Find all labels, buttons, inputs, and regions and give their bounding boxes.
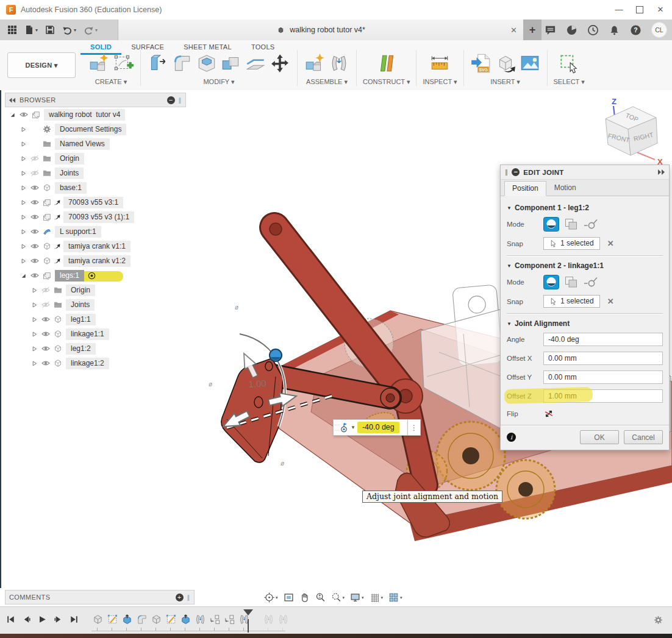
eye-icon[interactable] bbox=[41, 344, 51, 353]
canvas-angle-widget[interactable]: ⋮⋮ ▼ -40.0 deg bbox=[333, 419, 408, 436]
expand-closed-icon[interactable] bbox=[20, 229, 27, 235]
eye-icon[interactable] bbox=[41, 358, 51, 368]
browser-item-legs-1[interactable]: legs:1 bbox=[5, 268, 186, 283]
comments-bar[interactable]: COMMENTS + ∥ bbox=[5, 590, 195, 604]
timeline-feature-extrude-3[interactable] bbox=[120, 611, 134, 627]
combine-button[interactable] bbox=[220, 52, 242, 74]
collapse-panel-icon[interactable] bbox=[9, 97, 16, 103]
extensions-icon[interactable] bbox=[566, 24, 577, 36]
plane-button[interactable] bbox=[376, 52, 398, 74]
timeline-step-back-button[interactable] bbox=[22, 615, 31, 624]
eye-off-icon[interactable] bbox=[30, 154, 40, 163]
browser-item-origin[interactable]: Origin bbox=[5, 151, 186, 166]
timeline-playhead[interactable] bbox=[243, 609, 253, 631]
expand-open-icon[interactable] bbox=[9, 112, 16, 118]
expand-closed-icon[interactable] bbox=[20, 243, 27, 250]
expand-closed-icon[interactable] bbox=[20, 170, 27, 177]
eye-icon[interactable] bbox=[30, 197, 40, 207]
joint-alignment-section[interactable]: ▼Joint Alignment bbox=[507, 319, 663, 328]
timeline-feature-joint-13[interactable] bbox=[276, 611, 290, 627]
timeline-feature-fillet-4[interactable] bbox=[134, 611, 149, 627]
measure-button[interactable] bbox=[429, 52, 451, 74]
ok-button[interactable]: OK bbox=[580, 430, 619, 444]
ribbon-group-label[interactable]: INSPECT ▾ bbox=[423, 78, 457, 86]
expand-closed-icon[interactable] bbox=[31, 316, 38, 323]
dialog-header[interactable]: ∥ − EDIT JOINT bbox=[501, 165, 669, 180]
ribbon-group-label[interactable]: CREATE ▾ bbox=[95, 78, 127, 86]
timeline-go-to-start-button[interactable] bbox=[6, 615, 15, 624]
eye-icon[interactable] bbox=[30, 241, 40, 251]
document-tab[interactable]: walking robot tutor v4* ✕ bbox=[118, 19, 524, 40]
minimize-button[interactable]: — bbox=[609, 0, 629, 19]
ribbon-group-label[interactable]: ASSEMBLE ▾ bbox=[306, 78, 348, 86]
canvas-angle-input[interactable]: -40.0 deg bbox=[357, 422, 399, 433]
dialog-tab-motion[interactable]: Motion bbox=[546, 180, 584, 196]
mode-between-button[interactable] bbox=[563, 275, 579, 289]
browser-grip[interactable]: ∥ bbox=[179, 97, 182, 104]
help-icon[interactable]: ? bbox=[630, 24, 642, 36]
joint-button[interactable] bbox=[328, 52, 350, 74]
eye-off-icon[interactable] bbox=[41, 285, 51, 295]
mode-between-button[interactable] bbox=[563, 217, 579, 232]
eye-icon[interactable] bbox=[30, 227, 40, 236]
insert-svg-button[interactable]: SVG bbox=[470, 52, 492, 74]
nav-orbit-button[interactable]: ▾ bbox=[264, 592, 278, 603]
eye-icon[interactable] bbox=[41, 314, 51, 324]
expand-closed-icon[interactable] bbox=[31, 331, 38, 338]
redo-button[interactable]: ▾ bbox=[84, 25, 98, 35]
user-avatar[interactable]: CL bbox=[651, 22, 667, 38]
activate-component-radio[interactable] bbox=[87, 271, 96, 280]
joint-type-dropdown-icon[interactable]: ▼ bbox=[351, 425, 356, 430]
expand-closed-icon[interactable] bbox=[31, 287, 38, 294]
browser-item-named-views[interactable]: Named Views bbox=[5, 136, 186, 151]
view-cube[interactable]: TOP FRONT RIGHT Z X bbox=[590, 97, 667, 168]
timeline-play-button[interactable] bbox=[38, 615, 47, 624]
eye-icon[interactable] bbox=[30, 183, 40, 193]
expand-closed-icon[interactable] bbox=[20, 185, 27, 191]
app-grid-icon[interactable] bbox=[7, 25, 17, 35]
eye-icon[interactable] bbox=[19, 110, 29, 119]
browser-item-linkage1-1[interactable]: linkage1:1 bbox=[5, 327, 186, 341]
mode-simple-button[interactable] bbox=[543, 217, 559, 232]
expand-closed-icon[interactable] bbox=[20, 214, 27, 221]
mode-pin-button[interactable] bbox=[584, 275, 599, 289]
browser-minimize-icon[interactable]: − bbox=[167, 96, 175, 104]
browser-item-document-settings[interactable]: Document Settings bbox=[5, 122, 186, 136]
press-pull-button[interactable] bbox=[147, 52, 169, 74]
offset-x-input[interactable]: 0.00 mm bbox=[543, 352, 663, 365]
timeline-go-to-end-button[interactable] bbox=[70, 615, 79, 624]
timeline-feature-joint-8[interactable] bbox=[193, 611, 207, 627]
offset-face-button[interactable] bbox=[245, 52, 266, 74]
timeline-feature-body-1[interactable] bbox=[90, 611, 105, 627]
revolute-joint-icon[interactable] bbox=[340, 422, 349, 433]
insert-mesh-button[interactable] bbox=[495, 52, 517, 74]
viewport[interactable]: 1.00 ø ø ø TOP FRONT RIGHT Z X BROWSER −… bbox=[0, 90, 672, 606]
comments-icon[interactable] bbox=[545, 24, 556, 36]
browser-item-tamiya-crank-v1-2[interactable]: tamiya crank v1:2 bbox=[5, 253, 186, 268]
component-section-1[interactable]: ▼Component 1 - leg1:2 bbox=[507, 204, 663, 212]
nav-display-settings-button[interactable]: ▾ bbox=[350, 592, 364, 603]
eye-icon[interactable] bbox=[30, 256, 40, 266]
ribbon-group-label[interactable]: CONSTRUCT ▾ bbox=[363, 78, 410, 86]
snap-selection-button[interactable]: 1 selected bbox=[543, 237, 600, 250]
timeline-feature-extrude-7[interactable] bbox=[178, 611, 193, 627]
nav-grid-layout-button[interactable]: ▾ bbox=[370, 592, 384, 603]
browser-item-70093-v55-v3-1[interactable]: 70093 v55 v3:1 bbox=[5, 195, 186, 210]
timeline-feature-sketch-2[interactable] bbox=[105, 611, 120, 627]
browser-item-origin[interactable]: Origin bbox=[5, 283, 186, 297]
undo-button[interactable]: ▾ bbox=[62, 25, 76, 35]
move-button[interactable] bbox=[269, 52, 291, 74]
flip-icon[interactable] bbox=[543, 408, 554, 419]
mode-pin-button[interactable] bbox=[584, 217, 599, 232]
new-tab-button[interactable]: + bbox=[523, 19, 542, 40]
file-menu-button[interactable]: ▾ bbox=[24, 25, 38, 35]
canvas-more-options[interactable]: ⋮ bbox=[407, 419, 421, 436]
dialog-tab-position[interactable]: Position bbox=[504, 181, 546, 196]
nav-pan-button[interactable] bbox=[299, 592, 310, 603]
browser-item-l-support-1[interactable]: L support:1 bbox=[5, 224, 186, 239]
select-button[interactable] bbox=[558, 52, 580, 74]
document-tab-close-icon[interactable]: ✕ bbox=[510, 26, 517, 35]
eye-off-icon[interactable] bbox=[41, 300, 51, 310]
expand-closed-icon[interactable] bbox=[31, 360, 38, 367]
browser-item-tamiya-crank-v1-1[interactable]: tamiya crank v1:1 bbox=[5, 239, 186, 253]
